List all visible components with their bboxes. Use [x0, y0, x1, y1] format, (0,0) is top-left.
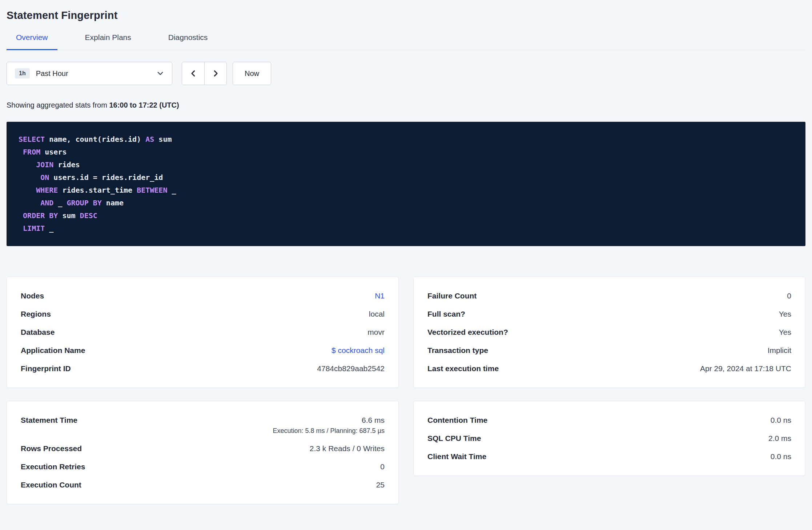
- row-value-text: 0.0 ns: [771, 452, 791, 461]
- card-row: Statement Time6.6 msExecution: 5.8 ms / …: [21, 411, 385, 439]
- card-row: Fingerprint ID4784cb829aab2542: [21, 360, 385, 378]
- card-row: Transaction typeImplicit: [427, 341, 791, 360]
- card-row: NodesN1: [21, 287, 385, 305]
- card-row: Failure Count0: [427, 287, 791, 305]
- row-value-subtext: Execution: 5.8 ms / Planning: 687.5 µs: [273, 427, 385, 435]
- tab-bar: Overview Explain Plans Diagnostics: [7, 33, 805, 50]
- card-statement-timing: Statement Time6.6 msExecution: 5.8 ms / …: [7, 401, 399, 504]
- card-row: Full scan?Yes: [427, 305, 791, 323]
- row-value: 0.0 ns: [771, 452, 791, 461]
- tab-explain-plans[interactable]: Explain Plans: [76, 33, 141, 50]
- row-value-link[interactable]: $ cockroach sql: [331, 346, 385, 355]
- row-value-text: 6.6 ms: [362, 416, 385, 425]
- row-label: Transaction type: [427, 346, 488, 355]
- card-row: Vectorized execution?Yes: [427, 323, 791, 341]
- row-value-text: 2.3 k Reads / 0 Writes: [310, 444, 385, 453]
- row-value-link[interactable]: N1: [375, 292, 385, 300]
- cards-grid: NodesN1RegionslocalDatabasemovrApplicati…: [7, 277, 805, 504]
- card-statement-details: NodesN1RegionslocalDatabasemovrApplicati…: [7, 277, 399, 388]
- row-value-text: 2.0 ms: [768, 434, 791, 443]
- card-row: Client Wait Time0.0 ns: [427, 447, 791, 466]
- row-label: Fingerprint ID: [21, 364, 71, 373]
- row-label: Database: [21, 328, 55, 337]
- card-row: Last execution timeApr 29, 2024 at 17:18…: [427, 360, 791, 378]
- row-value-text: 0.0 ns: [771, 416, 791, 425]
- row-label: Failure Count: [427, 292, 477, 300]
- row-label: Rows Processed: [21, 444, 82, 453]
- row-value-text: Implicit: [768, 346, 791, 355]
- row-value: 4784cb829aab2542: [317, 364, 385, 373]
- sql-statement-box: SELECT name, count(rides.id) AS sum FROM…: [7, 122, 805, 246]
- card-row: Contention Time0.0 ns: [427, 411, 791, 429]
- now-button[interactable]: Now: [233, 62, 271, 85]
- sql-keyword: FROM: [23, 148, 40, 156]
- row-label: Full scan?: [427, 310, 465, 318]
- tab-diagnostics[interactable]: Diagnostics: [159, 33, 217, 50]
- row-label: Vectorized execution?: [427, 328, 508, 337]
- sql-line: WHERE rides.start_time BETWEEN _: [19, 184, 795, 197]
- row-value-text: 0: [787, 292, 791, 300]
- sql-line: AND _ GROUP BY name: [19, 197, 795, 209]
- row-value-text: Yes: [779, 328, 791, 337]
- card-execution-attributes: Failure Count0Full scan?YesVectorized ex…: [413, 277, 805, 388]
- page-title: Statement Fingerprint: [7, 9, 805, 21]
- row-label: Statement Time: [21, 416, 77, 425]
- row-value-text: 0: [380, 462, 385, 471]
- card-row: Regionslocal: [21, 305, 385, 323]
- card-row: Application Name$ cockroach sql: [21, 341, 385, 360]
- sql-line: ON users.id = rides.rider_id: [19, 171, 795, 184]
- time-range-dropdown[interactable]: 1h Past Hour: [7, 62, 172, 85]
- row-value-text: 4784cb829aab2542: [317, 364, 385, 373]
- time-toolbar: 1h Past Hour Now: [7, 62, 805, 85]
- next-time-range-button[interactable]: [204, 62, 226, 85]
- row-label: Regions: [21, 310, 51, 318]
- row-label: SQL CPU Time: [427, 434, 481, 443]
- row-value: 2.3 k Reads / 0 Writes: [310, 444, 385, 453]
- row-label: Contention Time: [427, 416, 487, 425]
- sql-keyword: ORDER BY: [23, 211, 58, 220]
- card-row: Databasemovr: [21, 323, 385, 341]
- prev-time-range-button[interactable]: [182, 62, 204, 85]
- row-value-text: 25: [376, 481, 385, 489]
- row-value: movr: [367, 328, 385, 337]
- sql-keyword: DESC: [80, 211, 97, 220]
- row-value: Apr 29, 2024 at 17:18 UTC: [700, 364, 791, 373]
- row-value-text: Apr 29, 2024 at 17:18 UTC: [700, 364, 791, 373]
- row-label: Nodes: [21, 292, 44, 300]
- sql-keyword: ON: [40, 173, 49, 182]
- row-value: 0.0 ns: [771, 416, 791, 425]
- row-label: Execution Retries: [21, 462, 85, 471]
- sql-keyword: SELECT: [19, 135, 45, 144]
- row-value: 2.0 ms: [768, 434, 791, 443]
- row-value-text: movr: [367, 328, 385, 337]
- sql-keyword: JOIN: [36, 160, 53, 169]
- row-value: Yes: [779, 328, 791, 337]
- tab-overview[interactable]: Overview: [7, 33, 57, 50]
- row-value: 6.6 msExecution: 5.8 ms / Planning: 687.…: [273, 416, 385, 435]
- row-label: Client Wait Time: [427, 452, 486, 461]
- card-row: Execution Count25: [21, 476, 385, 494]
- sql-keyword: AND: [40, 198, 53, 207]
- row-value-text: Yes: [779, 310, 791, 318]
- card-wait-timing: Contention Time0.0 nsSQL CPU Time2.0 msC…: [413, 401, 805, 476]
- row-label: Last execution time: [427, 364, 499, 373]
- row-label: Execution Count: [21, 481, 81, 489]
- sql-line: JOIN rides: [19, 158, 795, 171]
- time-nav-group: [182, 62, 227, 85]
- sql-line: ORDER BY sum DESC: [19, 209, 795, 222]
- row-value: local: [369, 310, 385, 318]
- time-range-label: Past Hour: [36, 69, 68, 78]
- statement-fingerprint-page: Statement Fingerprint Overview Explain P…: [0, 9, 812, 504]
- stats-caption-range: 16:00 to 17:22 (UTC): [109, 101, 179, 109]
- row-value: 25: [376, 481, 385, 489]
- time-range-badge: 1h: [15, 68, 30, 79]
- row-value: N1: [375, 292, 385, 300]
- sql-line: FROM users: [19, 146, 795, 158]
- sql-keyword: LIMIT: [23, 224, 45, 233]
- card-row: Execution Retries0: [21, 458, 385, 476]
- sql-keyword: BETWEEN: [137, 186, 167, 194]
- sql-line: SELECT name, count(rides.id) AS sum: [19, 133, 795, 146]
- row-value: Yes: [779, 310, 791, 318]
- row-value: 0: [380, 462, 385, 471]
- row-value: $ cockroach sql: [331, 346, 385, 355]
